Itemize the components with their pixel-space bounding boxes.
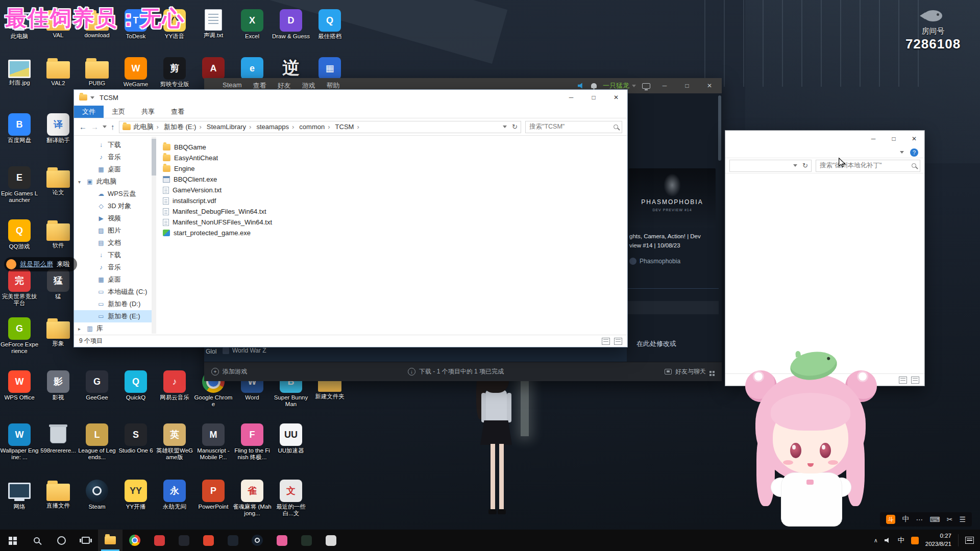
file-row[interactable]: GameVersion.txt — [163, 185, 627, 195]
file-row[interactable]: Manifest_NonUFSFiles_Win64.txt — [163, 217, 627, 228]
desktop-icon[interactable]: S Studio One 6 — [116, 423, 155, 454]
quick-access-dropdown-icon[interactable] — [90, 96, 94, 99]
search-box[interactable]: 搜索"TCSM" — [525, 121, 622, 133]
stream-tool-icon[interactable]: 中 — [902, 515, 909, 524]
desktop-icon[interactable]: 猛 猛 — [39, 269, 78, 300]
desktop-icon[interactable]: YY YY开播 — [116, 480, 155, 510]
desktop-icon[interactable]: F Fling to the Finish 终极... — [233, 423, 272, 461]
ribbon-tab[interactable]: 共享 — [133, 106, 163, 118]
cortana-button[interactable] — [49, 530, 74, 551]
desktop-icon[interactable]: W WPS Office — [0, 370, 39, 401]
taskbar-search-button[interactable] — [24, 530, 49, 551]
desktop-icon[interactable]: 完 完美世界竞技平台 — [0, 269, 39, 307]
desktop-icon[interactable]: 影 影视 — [39, 370, 78, 401]
breadcrumb-segment[interactable]: TCSM — [334, 123, 363, 131]
desktop-icon[interactable]: 剪 剪映专业版 — [155, 57, 194, 88]
desktop-icon[interactable]: 软件 — [39, 219, 78, 249]
news-game-tag[interactable]: Phasmophobia — [629, 258, 680, 265]
taskbar-app[interactable] — [318, 530, 343, 551]
sidebar-item[interactable]: ↓ 下载 — [74, 139, 152, 151]
desktop-icon[interactable]: Steam — [78, 480, 116, 510]
desktop-icon[interactable]: 论文 — [39, 166, 78, 196]
file-row[interactable]: BBQClient.exe — [163, 174, 627, 185]
ribbon-tab[interactable]: 主页 — [104, 106, 133, 118]
task-view-button[interactable] — [74, 530, 98, 551]
ribbon-tab[interactable]: 查看 — [163, 106, 192, 118]
thumbnail-view-icon[interactable] — [911, 377, 919, 384]
desktop-icon[interactable]: B 百度网盘 — [0, 113, 39, 144]
notifications-bell-icon[interactable] — [591, 83, 597, 88]
close-button[interactable]: ✕ — [605, 90, 627, 105]
sidebar-item[interactable]: ♪ 音乐 — [74, 261, 152, 273]
desktop-icon[interactable]: W Wallpaper Engine: ... — [0, 423, 39, 461]
hidden-icons-chevron[interactable]: ∧ — [874, 537, 878, 544]
taskbar-clock[interactable]: 0:27 2023/8/21 — [925, 532, 951, 548]
desktop-icon[interactable]: Q QuickQ — [116, 370, 155, 401]
breadcrumb-segment[interactable]: SteamLibrary — [206, 123, 256, 131]
friends-chat-button[interactable]: 好友与聊天 — [665, 367, 715, 376]
file-row[interactable]: Manifest_DebugFiles_Win64.txt — [163, 206, 627, 217]
desktop-icon[interactable]: L League of Legends... — [78, 423, 116, 461]
taskbar-app[interactable] — [172, 530, 196, 551]
input-method-indicator[interactable]: 中 — [898, 536, 904, 545]
taskbar-app[interactable] — [98, 530, 122, 551]
desktop-icon[interactable]: Q 最佳搭档 — [310, 9, 349, 40]
desktop-icon[interactable]: 598rererere... — [39, 423, 78, 454]
minimize-button[interactable]: ─ — [560, 90, 582, 105]
desktop-icon[interactable]: 永 永劫无间 — [155, 480, 194, 510]
sidebar-item[interactable]: ▶ 视频 — [74, 212, 152, 224]
desktop-icon[interactable]: W WeGame — [116, 57, 155, 88]
news-headline[interactable]: ghts, Camera, Action! | Dev view #14 | 1… — [629, 232, 718, 251]
desktop-icon[interactable]: P PowerPoint — [194, 480, 233, 510]
forward-icon[interactable]: → — [91, 122, 99, 131]
sidebar-item[interactable]: ▾ ▣ 此电脑 — [74, 176, 152, 188]
desktop-icon[interactable]: 声调.txt — [194, 9, 233, 39]
desktop-icon[interactable]: 直播文件 — [39, 480, 78, 509]
action-center-icon[interactable] — [965, 537, 974, 544]
stream-tool-icon[interactable]: ⋯ — [916, 515, 923, 523]
help-icon[interactable]: ? — [910, 148, 918, 157]
address-bar[interactable]: 此电脑新加卷 (E:)SteamLibrarysteamappscommonTC… — [119, 121, 522, 133]
desktop-icon[interactable]: E Epic Games Launcher — [0, 166, 39, 204]
desktop-icon[interactable]: 封面.jpg — [0, 57, 39, 86]
desktop-icon[interactable]: PUBG — [78, 57, 116, 87]
address-bar[interactable]: ↻ — [729, 160, 812, 172]
sidebar-item[interactable]: ↓ 下载 — [74, 249, 152, 261]
sidebar-item[interactable]: ▨ 图片 — [74, 224, 152, 237]
start-button[interactable] — [0, 530, 24, 551]
desktop-icon[interactable]: 形象 — [39, 317, 78, 347]
search-box[interactable]: 搜索"德州本地化补丁" — [816, 160, 920, 172]
taskbar-app[interactable] — [245, 530, 270, 551]
stream-tool-icon[interactable]: ⌨ — [929, 515, 940, 523]
taskbar-app[interactable] — [196, 530, 220, 551]
taskbar-app[interactable] — [147, 530, 172, 551]
sidebar-item[interactable]: ▦ 桌面 — [74, 273, 152, 286]
file-row[interactable]: start_protected_game.exe — [163, 228, 627, 238]
sidebar-item[interactable]: ▤ 文档 — [74, 237, 152, 249]
volume-icon[interactable] — [885, 538, 891, 543]
breadcrumb-segment[interactable]: 新加卷 (E:) — [163, 122, 206, 132]
downloads-status[interactable]: ↓ 下载 - 1 个项目中的 1 项已完成 — [408, 367, 504, 376]
history-dropdown-icon[interactable] — [103, 126, 107, 128]
back-icon[interactable]: ← — [79, 122, 87, 131]
maximize-button[interactable]: □ — [884, 131, 904, 147]
desktop-icon[interactable]: ♪ 网易云音乐 — [155, 370, 194, 401]
desktop-icon[interactable]: D Draw & Guess — [272, 9, 310, 40]
desktop-icon[interactable]: 雀 雀魂麻将 (Mahjong... — [233, 480, 272, 517]
desktop-icon[interactable]: 英 英雄联盟WeGame版 — [155, 423, 194, 461]
library-item[interactable]: World War Z — [223, 347, 266, 354]
sidebar-item[interactable]: ◇ 3D 对象 — [74, 200, 152, 212]
file-row[interactable]: Engine — [163, 163, 627, 174]
steam-close-button[interactable]: ✕ — [701, 82, 718, 89]
up-icon[interactable]: ↑ — [111, 122, 115, 131]
taskbar-app[interactable] — [294, 530, 318, 551]
desktop-icon[interactable]: X Excel — [233, 9, 272, 40]
tree-caret-icon[interactable]: ▾ — [78, 179, 83, 185]
sidebar-item[interactable]: ▦ 桌面 — [74, 163, 152, 176]
minimize-button[interactable]: ─ — [863, 131, 884, 147]
desktop-icon[interactable]: G GeForce Experience — [0, 317, 39, 355]
desktop-icon[interactable]: 逆 — [272, 57, 310, 81]
details-view-icon[interactable] — [899, 377, 907, 384]
desktop-icon[interactable]: Q QQ游戏 — [0, 219, 39, 250]
stream-tool-icon[interactable]: ✂ — [947, 515, 953, 523]
